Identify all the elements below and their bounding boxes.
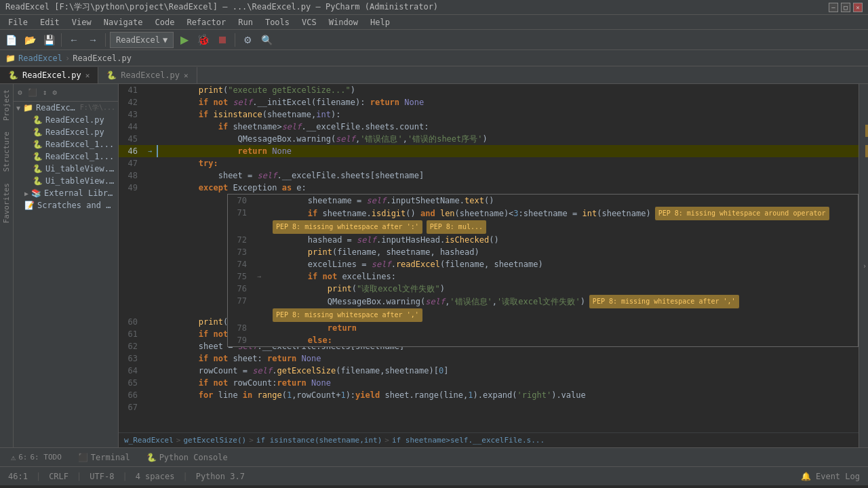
menu-view[interactable]: View: [66, 16, 97, 28]
tree-item-2[interactable]: 🐍 ReadExcel_1...: [14, 138, 118, 150]
tree-path: F:\学\...: [80, 103, 115, 113]
tree-icon-external: 📚: [31, 188, 41, 198]
sidebar-expand-icon[interactable]: ↕: [41, 87, 49, 98]
line-num-62: 62: [119, 340, 143, 352]
stop-button[interactable]: ⏹: [214, 32, 231, 48]
code-line-77-popup: 77 QMessageBox.warning(self,'错误信息','读取ex…: [228, 295, 858, 322]
status-line-sep[interactable]: CRLF: [46, 472, 71, 481]
terminal-label: Terminal: [91, 453, 130, 462]
settings-button[interactable]: ⚙: [239, 32, 256, 48]
close-button[interactable]: ✕: [853, 3, 863, 12]
tree-icon-project: 📁: [23, 103, 33, 113]
run-button[interactable]: ▶: [176, 32, 193, 48]
code-line-78-popup: 78 return: [228, 322, 858, 334]
save-button[interactable]: 💾: [41, 32, 57, 48]
diff-marker-2: [865, 145, 868, 157]
tab-python-console[interactable]: 🐍 Python Console: [138, 451, 236, 464]
pep-badge-77-1: PEP 8: missing whitespace after ',': [589, 295, 739, 308]
footer-part-3[interactable]: if sheetname>self.__excelFile.s...: [392, 436, 545, 445]
menu-run[interactable]: Run: [233, 16, 258, 28]
menu-refactor[interactable]: Refactor: [181, 16, 231, 28]
tree-item-5[interactable]: 🐍 Ui_tableView...: [14, 175, 118, 187]
line-num-74: 74: [228, 258, 252, 270]
footer-part-0[interactable]: w_ReadExcel: [124, 436, 174, 445]
line-num-66: 66: [119, 389, 143, 401]
search-button[interactable]: 🔍: [258, 32, 275, 48]
line-content-76: print("读取excel文件失败"): [266, 283, 858, 295]
tree-root[interactable]: ▼ 📁 ReadExcel F:\学\...: [14, 102, 118, 114]
status-sep-2: |: [77, 472, 81, 481]
tab-terminal[interactable]: ⬛ Terminal: [70, 451, 138, 464]
line-content-70: sheetname = self.inputSheetName.text(): [266, 195, 858, 207]
status-event-log[interactable]: 🔔 Event Log: [798, 472, 863, 481]
tab-todo[interactable]: ⚠ 6: 6: TODO: [3, 451, 70, 464]
status-python[interactable]: Python 3.7: [193, 472, 248, 481]
sidebar-collapse-icon[interactable]: ⬛: [26, 87, 39, 98]
back-button[interactable]: ←: [66, 32, 82, 48]
new-file-button[interactable]: 📄: [3, 32, 19, 48]
menu-code[interactable]: Code: [150, 16, 180, 28]
tree-item-external[interactable]: ▶ 📚 External Librar...: [14, 187, 118, 199]
tree-arrow-root: ▼: [16, 104, 20, 112]
breadcrumb-root[interactable]: ReadExcel: [18, 54, 62, 63]
menu-tools[interactable]: Tools: [260, 16, 295, 28]
sidebar-gear-icon[interactable]: ⚙: [51, 87, 58, 98]
tree-item-1[interactable]: 🐍 ReadExcel.py: [14, 126, 118, 138]
tree-icon-3: 🐍: [33, 152, 43, 161]
hint-popup-box: 70 sheetname = self.inputSheetName.text(…: [227, 194, 859, 347]
code-line-45: 45 QMessageBox.warning(self,'错误信息','错误的s…: [119, 133, 859, 145]
menu-vcs[interactable]: VCS: [296, 16, 322, 28]
code-line-74-popup: 74 excelLines = self.readExcel(filename,…: [228, 258, 858, 270]
tree-item-0[interactable]: 🐍 ReadExcel.py: [14, 114, 118, 126]
run-config-dropdown[interactable]: ReadExcel ▼: [110, 32, 174, 48]
tree-item-scratches[interactable]: 📝 Scratches and C...: [14, 199, 118, 211]
status-encoding[interactable]: UTF-8: [87, 472, 117, 481]
tab-label-active: ReadExcel.py: [22, 70, 81, 80]
tab-close-active[interactable]: ✕: [85, 71, 90, 80]
line-content-43: if isinstance(sheetname,int):: [157, 108, 859, 121]
tree-icon-1: 🐍: [33, 127, 43, 137]
tab-readexcel-inactive[interactable]: 🐍 ReadExcel.py ✕: [98, 67, 197, 83]
status-sep-3: |: [122, 472, 127, 481]
tree-item-4[interactable]: 🐍 Ui_tableView...: [14, 163, 118, 175]
forward-button[interactable]: →: [85, 32, 101, 48]
toolbar-separator-2: [105, 33, 106, 47]
code-area[interactable]: 41 print("execute getExcelSize...") 42 i…: [119, 84, 859, 432]
vtab-project[interactable]: Project: [1, 84, 12, 126]
toolbar: 📄 📂 💾 ← → ReadExcel ▼ ▶ 🐞 ⏹ ⚙ 🔍: [0, 30, 868, 50]
status-position[interactable]: 46:1: [5, 472, 31, 481]
line-num-65: 65: [119, 377, 143, 389]
line-num-70: 70: [228, 195, 252, 207]
breadcrumb-file[interactable]: ReadExcel.py: [73, 54, 132, 63]
tab-close-inactive[interactable]: ✕: [184, 71, 189, 80]
line-content-67: [157, 401, 859, 413]
minimize-button[interactable]: —: [829, 3, 838, 12]
vtab-structure[interactable]: Structure: [1, 126, 12, 178]
tab-readexcel-active[interactable]: 🐍 ReadExcel.py ✕: [0, 67, 98, 83]
menu-window[interactable]: Window: [323, 16, 363, 28]
vtab-favorites[interactable]: Favorites: [1, 178, 12, 229]
code-line-76-popup: 76 print("读取excel文件失败"): [228, 283, 858, 295]
status-indent[interactable]: 4 spaces: [133, 472, 178, 481]
maximize-button[interactable]: □: [841, 3, 850, 12]
code-line-64: 64 rowCount = self.getExcelSize(filename…: [119, 365, 859, 377]
code-line-71-popup: 71 if sheetname.isdigit() and len(sheetn…: [228, 207, 858, 234]
menu-edit[interactable]: Edit: [35, 16, 65, 28]
fold-icon[interactable]: ›: [863, 262, 867, 270]
open-button[interactable]: 📂: [22, 32, 38, 48]
tree-arrow-external: ▶: [24, 190, 28, 197]
menu-navigate[interactable]: Navigate: [98, 16, 149, 28]
popup-region: 70 sheetname = self.inputSheetName.text(…: [119, 194, 859, 316]
footer-part-1[interactable]: getExcelSize(): [183, 436, 246, 445]
menu-file[interactable]: File: [3, 16, 33, 28]
menubar: File Edit View Navigate Code Refactor Ru…: [0, 15, 868, 30]
code-line-63: 63 if not sheet: return None: [119, 352, 859, 365]
sidebar-settings-icon[interactable]: ⚙: [16, 87, 24, 98]
bottom-tabs: ⚠ 6: 6: TODO ⬛ Terminal 🐍 Python Console: [0, 447, 868, 466]
debug-button[interactable]: 🐞: [195, 32, 212, 48]
code-line-49: 49 except Exception as e:: [119, 182, 859, 194]
footer-part-2[interactable]: if isinstance(sheetname,int): [256, 436, 382, 445]
tree-item-3[interactable]: 🐍 ReadExcel_1...: [14, 150, 118, 163]
python-icon: 🐍: [146, 453, 157, 462]
menu-help[interactable]: Help: [365, 16, 395, 28]
